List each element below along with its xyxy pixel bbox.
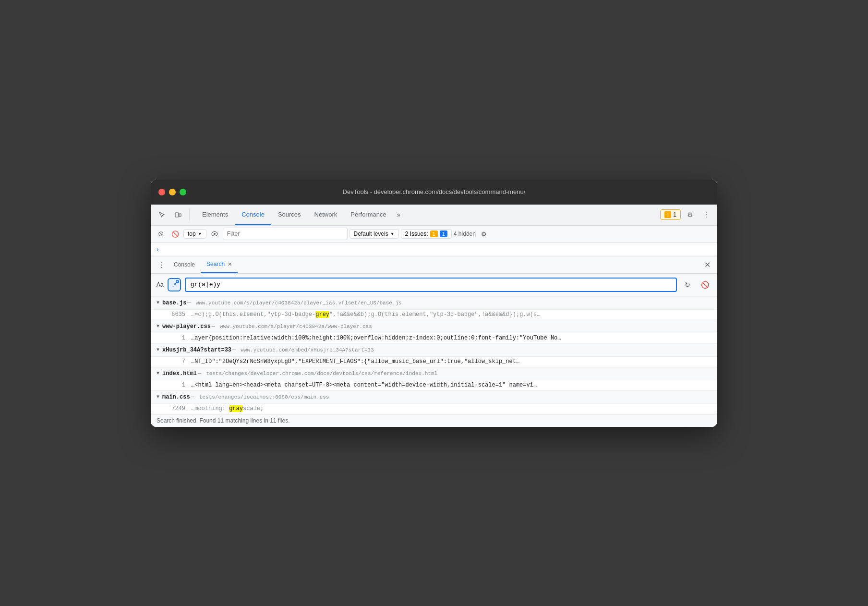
search-status: Search finished. Found 11 matching lines… (157, 417, 290, 424)
close-search-tab-icon[interactable]: ✕ (228, 261, 232, 267)
close-panel-icon[interactable]: ✕ (701, 260, 713, 269)
result-file-header[interactable]: ▼ main.css — tests/changes/localhost:808… (151, 390, 717, 404)
tab-console[interactable]: Console (235, 204, 271, 225)
close-button[interactable] (158, 189, 165, 195)
traffic-lights (158, 189, 186, 195)
file-name: index.html (162, 370, 197, 377)
console-toolbar: 🚫 top ▼ Default levels ▼ 2 Issues: 1 1 4… (151, 226, 717, 243)
file-url: www.youtube.com/embed/xHusjrb_34A?start=… (241, 347, 374, 353)
msg-count: 1 (440, 230, 447, 237)
result-line[interactable]: 7249 …moothing: grayscale; (151, 404, 717, 414)
more-tabs-button[interactable]: » (393, 204, 404, 225)
line-number: 1 (166, 382, 185, 388)
file-name: base.js (162, 300, 186, 306)
tab-bar-icons (155, 207, 192, 222)
tab-separator (189, 209, 190, 220)
line-content: …moothing: grayscale; (191, 405, 264, 412)
window-title: DevTools - developer.chrome.com/docs/dev… (343, 188, 526, 195)
file-url: www.youtube.com/s/player/c403842a/player… (196, 300, 402, 306)
result-line[interactable]: 1 …<html lang=en><head><meta charset=UTF… (151, 380, 717, 390)
eye-icon[interactable] (208, 228, 221, 240)
result-file-header[interactable]: ▼ base.js — www.youtube.com/s/player/c40… (151, 296, 717, 310)
filter-input[interactable] (223, 228, 348, 240)
svg-point-5 (214, 233, 216, 235)
tab-sources[interactable]: Sources (271, 204, 308, 225)
line-content: …NT_ID":"2OeQYs2rNcSnW8yxpLgD","EXPERIME… (191, 358, 519, 365)
inspect-element-icon[interactable] (155, 207, 169, 222)
warning-icon: ! (664, 211, 671, 218)
search-bar: Aa .* ↻ 🚫 (151, 274, 717, 296)
maximize-button[interactable] (180, 189, 186, 195)
result-line[interactable]: 1 …ayer{position:relative;width:100%;hei… (151, 333, 717, 343)
line-number: 7 (166, 358, 185, 365)
drawer-menu-icon[interactable]: ⋮ (155, 260, 168, 269)
chevron-down-icon: ▼ (390, 231, 395, 236)
secondary-tab-bar: ⋮ Console Search ✕ ✕ (151, 256, 717, 274)
file-url: tests/changes/localhost:8080/css/main.cs… (199, 394, 329, 400)
device-toolbar-icon[interactable] (171, 207, 185, 222)
line-number: 8635 (166, 311, 185, 318)
result-line[interactable]: 7 …NT_ID":"2OeQYs2rNcSnW8yxpLgD","EXPERI… (151, 357, 717, 367)
result-line[interactable]: 8635 …=c);g.O(this.element,"ytp-3d-badge… (151, 310, 717, 320)
line-number: 7249 (166, 405, 185, 412)
context-selector[interactable]: top ▼ (183, 229, 206, 239)
collapse-triangle-icon: ▼ (157, 300, 159, 305)
svg-line-3 (159, 232, 162, 235)
result-file-header[interactable]: ▼ xHusjrb_34A?start=33 — www.youtube.com… (151, 343, 717, 357)
tab-performance[interactable]: Performance (344, 204, 393, 225)
line-number: 1 (166, 335, 185, 341)
minimize-button[interactable] (169, 189, 176, 195)
clear-console-icon[interactable] (155, 228, 167, 240)
regex-active-indicator (176, 280, 179, 283)
svg-rect-1 (179, 214, 181, 217)
regex-toggle-button[interactable]: .* (168, 278, 181, 291)
tab-network[interactable]: Network (308, 204, 344, 225)
file-name: xHusjrb_34A?start=33 (162, 347, 231, 353)
collapse-triangle-icon: ▼ (157, 394, 159, 400)
collapse-triangle-icon: ▼ (157, 324, 159, 329)
issues-button[interactable]: 2 Issues: 1 1 (401, 229, 452, 239)
line-content: …ayer{position:relative;width:100%;heigh… (191, 335, 561, 341)
file-url: www.youtube.com/s/player/c403842a/www-pl… (220, 324, 372, 329)
refresh-search-button[interactable]: ↻ (681, 278, 694, 291)
tab-bar-right: ! 1 ⚙ ⋮ (660, 207, 713, 222)
file-name: www-player.css (162, 323, 211, 330)
hidden-count: 4 hidden (454, 230, 476, 237)
sec-tab-search[interactable]: Search ✕ (201, 256, 238, 273)
devtools-window: DevTools - developer.chrome.com/docs/dev… (151, 180, 717, 427)
file-name: main.css (162, 394, 190, 400)
no-entry-icon[interactable]: 🚫 (169, 228, 181, 240)
line-content: …<html lang=en><head><meta charset=UTF-8… (191, 382, 537, 388)
line-content: …=c);g.O(this.element,"ytp-3d-badge-grey… (191, 311, 540, 318)
console-chevron: › (151, 243, 717, 256)
secondary-panel: ⋮ Console Search ✕ ✕ Aa .* ↻ 🚫 (151, 256, 717, 427)
status-bar: Search finished. Found 11 matching lines… (151, 414, 717, 427)
collapse-triangle-icon: ▼ (157, 347, 159, 352)
result-file-header[interactable]: ▼ www-player.css — www.youtube.com/s/pla… (151, 320, 717, 333)
settings-issues-icon[interactable]: ⚙ (478, 228, 490, 240)
issues-badge[interactable]: ! 1 (660, 209, 681, 220)
more-options-icon[interactable]: ⋮ (699, 207, 713, 222)
search-input[interactable] (185, 278, 677, 292)
warn-count: 1 (430, 230, 438, 237)
chevron-down-icon: ▼ (198, 231, 202, 236)
sec-tab-console[interactable]: Console (168, 256, 201, 273)
search-results: ▼ base.js — www.youtube.com/s/player/c40… (151, 296, 717, 414)
cancel-search-button[interactable]: 🚫 (698, 278, 711, 291)
levels-selector[interactable]: Default levels ▼ (350, 229, 399, 239)
case-sensitive-label[interactable]: Aa (157, 281, 164, 288)
main-tab-bar: Elements Console Sources Network Perform… (151, 205, 717, 226)
expand-chevron[interactable]: › (157, 245, 159, 253)
settings-icon[interactable]: ⚙ (683, 207, 697, 222)
svg-rect-0 (175, 213, 179, 217)
collapse-triangle-icon: ▼ (157, 371, 159, 376)
file-url: tests/changes/developer.chrome.com/docs/… (206, 371, 437, 376)
result-file-header[interactable]: ▼ index.html — tests/changes/developer.c… (151, 367, 717, 380)
tab-elements[interactable]: Elements (195, 204, 235, 225)
title-bar: DevTools - developer.chrome.com/docs/dev… (151, 180, 717, 205)
